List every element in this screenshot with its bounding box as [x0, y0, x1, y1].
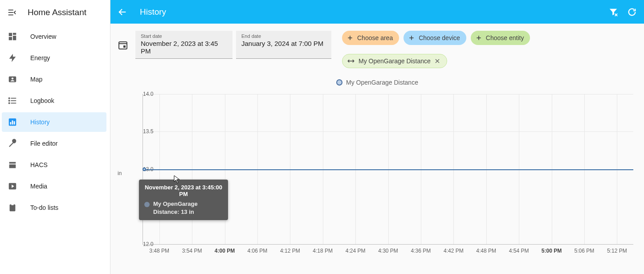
chart-x-tick: 4:54 PM — [509, 248, 529, 254]
svg-rect-24 — [10, 204, 16, 212]
sidebar-item-label: HACS — [30, 161, 48, 168]
sidebar-item-hacs[interactable]: HACS — [2, 155, 106, 175]
calendar-icon — [118, 40, 128, 50]
selected-entity-chip[interactable]: My OpenGarage Distance — [342, 54, 447, 68]
lightning-icon — [7, 53, 18, 63]
end-date-value: January 3, 2024 at 7:00 PM — [241, 40, 326, 47]
controls-row: Start date November 2, 2023 at 3:45 PM E… — [110, 24, 644, 72]
sidebar-header: Home Assistant — [0, 0, 110, 25]
chart-x-tick: 4:24 PM — [346, 248, 366, 254]
sidebar-item-label: History — [30, 119, 50, 126]
chart-bar-icon — [7, 117, 18, 127]
sidebar-item-label: Logbook — [30, 97, 54, 104]
sidebar-item-label: Map — [30, 76, 42, 83]
filter-remove-button[interactable] — [608, 7, 618, 17]
svg-rect-21 — [9, 164, 16, 168]
list-icon — [7, 96, 18, 106]
date-range-group: Start date November 2, 2023 at 3:45 PM E… — [118, 31, 331, 59]
sidebar: Home Assistant Overview Energy Map — [0, 0, 110, 274]
chip-label: My OpenGarage Distance — [359, 57, 431, 65]
svg-rect-6 — [9, 37, 12, 40]
chart-x-tick: 5:12 PM — [607, 248, 627, 254]
legend-dot-icon — [336, 79, 342, 86]
svg-rect-29 — [119, 42, 127, 49]
svg-rect-31 — [123, 45, 126, 48]
sidebar-item-label: File editor — [30, 140, 57, 147]
svg-point-9 — [12, 78, 13, 79]
svg-rect-18 — [12, 120, 13, 124]
app-title: Home Assistant — [28, 8, 86, 17]
tooltip-text: My OpenGarage Distance: 13 in — [153, 200, 223, 216]
end-date-label: End date — [241, 33, 326, 39]
plus-icon — [346, 34, 354, 41]
choose-entity-chip[interactable]: Choose entity — [471, 31, 530, 45]
sidebar-item-todo[interactable]: To-do lists — [2, 198, 106, 217]
svg-rect-3 — [9, 33, 12, 36]
tooltip-title: November 2, 2023 at 3:45:00 PM — [144, 184, 223, 197]
wrench-icon — [7, 139, 18, 148]
svg-rect-5 — [13, 36, 16, 40]
chart-x-tick: 3:54 PM — [182, 248, 202, 254]
chart-x-tick: 5:06 PM — [575, 248, 595, 254]
end-date-input[interactable]: End date January 3, 2024 at 7:00 PM — [236, 31, 331, 59]
sidebar-item-map[interactable]: Map — [2, 70, 106, 89]
sidebar-item-logbook[interactable]: Logbook — [2, 91, 106, 110]
play-box-icon — [7, 181, 18, 191]
chart-x-tick: 4:00 PM — [215, 248, 235, 254]
sidebar-list: Overview Energy Map Logbook — [0, 25, 110, 219]
account-icon — [7, 74, 18, 84]
svg-marker-7 — [9, 54, 16, 62]
chart-legend[interactable]: My OpenGarage Distance — [118, 79, 637, 86]
svg-point-13 — [9, 98, 10, 98]
line-chart[interactable]: in 12.013.013.514.03:48 PM3:54 PM4:00 PM… — [143, 89, 633, 258]
start-date-input[interactable]: Start date November 2, 2023 at 3:45 PM — [135, 31, 232, 59]
chart-x-tick: 4:30 PM — [378, 248, 398, 254]
sidebar-item-label: Energy — [30, 54, 50, 61]
svg-rect-17 — [10, 122, 12, 125]
svg-rect-20 — [9, 162, 16, 164]
svg-point-15 — [9, 102, 10, 103]
start-date-label: Start date — [141, 33, 227, 39]
tooltip-dot-icon — [144, 202, 150, 207]
remove-chip-button[interactable] — [434, 58, 440, 64]
start-date-value: November 2, 2023 at 3:45 PM — [141, 40, 227, 55]
refresh-button[interactable] — [627, 7, 637, 17]
plus-icon — [475, 34, 482, 41]
chips-group: Choose area Choose device Choose entity — [342, 31, 637, 68]
sidebar-item-label: Overview — [30, 33, 56, 40]
chart-y-unit: in — [118, 170, 122, 176]
sidebar-item-energy[interactable]: Energy — [2, 48, 106, 68]
choose-area-chip[interactable]: Choose area — [342, 31, 399, 45]
sidebar-item-file-editor[interactable]: File editor — [2, 134, 106, 153]
sidebar-item-media[interactable]: Media — [2, 176, 106, 196]
legend-label: My OpenGarage Distance — [346, 79, 418, 86]
chart-tooltip: November 2, 2023 at 3:45:00 PM My OpenGa… — [139, 180, 228, 220]
chart-x-tick: 3:48 PM — [149, 248, 169, 254]
chart-data-point — [143, 168, 146, 171]
svg-point-14 — [9, 100, 10, 101]
chart-x-tick: 4:42 PM — [444, 248, 464, 254]
chart-x-tick: 5:00 PM — [542, 248, 562, 254]
back-button[interactable] — [118, 7, 127, 17]
choose-device-chip[interactable]: Choose device — [404, 31, 466, 45]
sidebar-item-label: To-do lists — [30, 204, 58, 211]
page-title: History — [140, 7, 166, 17]
plot-area[interactable]: 12.013.013.514.03:48 PM3:54 PM4:00 PM4:0… — [143, 94, 633, 245]
chip-label: Choose device — [419, 34, 460, 41]
distance-icon — [347, 57, 355, 65]
clipboard-icon — [7, 203, 18, 213]
sidebar-item-label: Media — [30, 183, 47, 190]
chart-x-tick: 4:36 PM — [411, 248, 431, 254]
toolbar: History — [110, 0, 644, 24]
chart-x-tick: 4:06 PM — [248, 248, 268, 254]
chip-label: Choose area — [357, 34, 393, 41]
chart-container: My OpenGarage Distance in 12.013.013.514… — [110, 72, 644, 274]
chart-data-line — [143, 169, 633, 170]
menu-collapse-icon[interactable] — [7, 8, 17, 17]
chart-x-tick: 4:48 PM — [476, 248, 496, 254]
chart-x-tick: 4:12 PM — [280, 248, 300, 254]
hacs-icon — [7, 160, 18, 170]
chart-x-tick: 4:18 PM — [313, 248, 333, 254]
sidebar-item-history[interactable]: History — [2, 112, 106, 132]
sidebar-item-overview[interactable]: Overview — [2, 27, 106, 46]
